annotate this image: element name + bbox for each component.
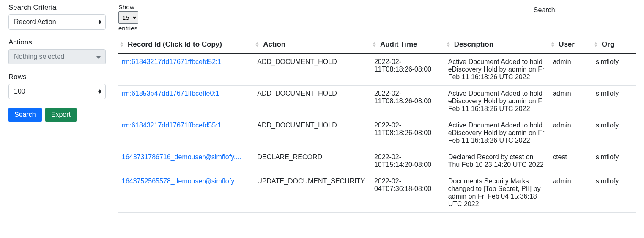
record-id-link[interactable]: rm:61843217dd17671ffbcefd55:1 — [122, 122, 250, 129]
col-header-action[interactable]: Action — [254, 36, 371, 53]
sort-icon — [255, 42, 259, 47]
table-row: rm:61843217dd17671ffbcefd52:1ADD_DOCUMEN… — [118, 53, 636, 86]
record-id-link[interactable]: 1643731786716_demouser@simflofy.... — [122, 153, 250, 161]
audit-time-cell: 2022-02-11T08:18:26-08:00 — [371, 53, 445, 86]
export-button[interactable]: Export — [45, 108, 77, 122]
col-header-text: Description — [454, 40, 494, 48]
record-id-link[interactable]: 1643752565578_demouser@simflofy.... — [122, 177, 250, 185]
record-id-link[interactable]: rm:61853b47dd17671ffbceffe0:1 — [122, 90, 250, 97]
user-cell: admin — [549, 86, 592, 117]
col-header-org[interactable]: Org — [592, 36, 636, 53]
action-cell: DECLARE_RECORD — [254, 149, 371, 173]
action-cell: UPDATE_DOCUMENT_SECURITY — [254, 173, 371, 213]
search-criteria-group: Search Criteria Record Action — [8, 3, 106, 30]
col-header-description[interactable]: Description — [445, 36, 550, 53]
sort-icon — [373, 42, 376, 47]
entries-select[interactable]: 15 — [118, 11, 138, 24]
col-header-user[interactable]: User — [549, 36, 592, 53]
record-id-link[interactable]: rm:61843217dd17671ffbcefd52:1 — [122, 58, 250, 66]
audit-table: Record Id (Click Id to Copy) Action — [118, 36, 636, 213]
action-cell: ADD_DOCUMENT_HOLD — [254, 53, 371, 86]
org-cell: simflofy — [592, 53, 636, 86]
table-search-wrap: Search: — [534, 3, 636, 15]
main-content: Show 15 entries Search: — [118, 3, 636, 213]
table-row: 1643731786716_demouser@simflofy....DECLA… — [118, 149, 636, 173]
col-header-text: Record Id (Click Id to Copy) — [128, 40, 222, 48]
col-header-audit-time[interactable]: Audit Time — [371, 36, 445, 53]
user-cell: admin — [549, 173, 592, 213]
show-entries-control: Show 15 entries — [118, 3, 138, 32]
search-criteria-select[interactable]: Record Action — [8, 14, 106, 30]
audit-time-cell: 2022-02-11T08:18:26-08:00 — [371, 86, 445, 117]
description-cell: Declared Record by ctest on Thu Feb 10 2… — [445, 149, 550, 173]
show-label-top: Show — [118, 3, 138, 11]
org-cell: simflofy — [592, 149, 636, 173]
user-cell: ctest — [549, 149, 592, 173]
description-cell: Active Document Added to hold eDiscovery… — [445, 86, 550, 117]
user-cell: admin — [549, 117, 592, 149]
description-cell: Active Document Added to hold eDiscovery… — [445, 53, 550, 86]
user-cell: admin — [549, 53, 592, 86]
sort-icon — [551, 42, 554, 47]
table-row: 1643752565578_demouser@simflofy....UPDAT… — [118, 173, 636, 213]
org-cell: simflofy — [592, 173, 636, 213]
table-search-label: Search: — [534, 6, 557, 14]
actions-select[interactable]: Nothing selected — [8, 49, 106, 64]
actions-group: Actions Nothing selected — [8, 38, 106, 64]
action-cell: ADD_DOCUMENT_HOLD — [254, 117, 371, 149]
org-cell: simflofy — [592, 117, 636, 149]
col-header-record-id[interactable]: Record Id (Click Id to Copy) — [118, 36, 254, 53]
table-row: rm:61853b47dd17671ffbceffe0:1ADD_DOCUMEN… — [118, 86, 636, 117]
sort-icon — [447, 42, 450, 47]
search-button[interactable]: Search — [8, 108, 42, 122]
description-cell: Active Document Added to hold eDiscovery… — [445, 117, 550, 149]
col-header-text: Org — [602, 40, 614, 48]
rows-label: Rows — [8, 73, 106, 81]
audit-time-cell: 2022-02-10T15:14:20-08:00 — [371, 149, 445, 173]
sort-icon — [594, 42, 597, 47]
table-row: rm:61843217dd17671ffbcefd55:1ADD_DOCUMEN… — [118, 117, 636, 149]
audit-time-cell: 2022-02-04T07:36:18-08:00 — [371, 173, 445, 213]
table-top-controls: Show 15 entries Search: — [118, 3, 636, 32]
col-header-text: User — [559, 40, 575, 48]
rows-group: Rows 100 — [8, 73, 106, 99]
show-label-bottom: entries — [118, 25, 138, 32]
action-cell: ADD_DOCUMENT_HOLD — [254, 86, 371, 117]
actions-label: Actions — [8, 38, 106, 47]
button-row: Search Export — [8, 108, 106, 122]
org-cell: simflofy — [592, 86, 636, 117]
audit-time-cell: 2022-02-11T08:18:26-08:00 — [371, 117, 445, 149]
filter-sidebar: Search Criteria Record Action Actions No… — [8, 3, 106, 213]
table-search-input[interactable] — [559, 5, 636, 15]
search-criteria-label: Search Criteria — [8, 3, 106, 12]
col-header-text: Audit Time — [380, 40, 417, 48]
col-header-text: Action — [263, 40, 285, 48]
rows-select[interactable]: 100 — [8, 84, 106, 99]
sort-icon — [120, 42, 123, 47]
description-cell: Documents Security Marks changed to [Top… — [445, 173, 550, 213]
